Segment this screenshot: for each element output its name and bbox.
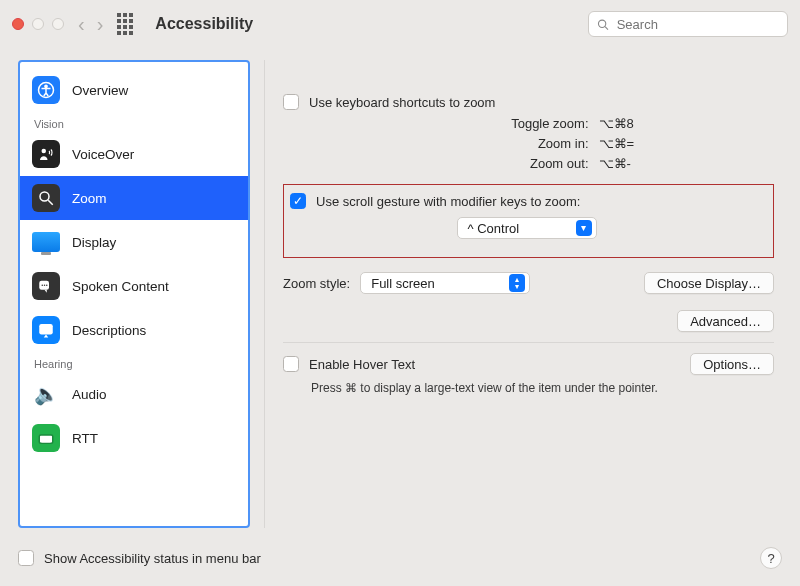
spoken-content-icon: [32, 272, 60, 300]
sidebar-item-rtt[interactable]: RTT: [20, 416, 248, 460]
svg-point-9: [44, 285, 46, 287]
sidebar-item-spoken-content[interactable]: Spoken Content: [20, 264, 248, 308]
nav-arrows: ‹ ›: [78, 13, 103, 36]
hover-text-options-button[interactable]: Options…: [690, 353, 774, 375]
svg-point-5: [40, 192, 49, 201]
svg-point-8: [42, 285, 44, 287]
descriptions-icon: [32, 316, 60, 344]
scroll-gesture-checkbox[interactable]: [290, 193, 306, 209]
sidebar-item-label: VoiceOver: [72, 147, 134, 162]
footer: Show Accessibility status in menu bar ?: [18, 544, 782, 572]
sidebar-item-label: Descriptions: [72, 323, 146, 338]
display-icon: [32, 228, 60, 256]
search-input[interactable]: [615, 16, 779, 33]
zoom-style-value: Full screen: [371, 276, 435, 291]
svg-point-0: [598, 20, 605, 27]
svg-rect-15: [48, 437, 50, 439]
minimize-window-button[interactable]: [32, 18, 44, 30]
sidebar-item-display[interactable]: Display: [20, 220, 248, 264]
sidebar-section-hearing: Hearing: [20, 352, 248, 372]
audio-icon: 🔈: [32, 380, 60, 408]
sidebar-item-descriptions[interactable]: Descriptions: [20, 308, 248, 352]
show-all-prefpanes-button[interactable]: [117, 14, 137, 34]
divider: [283, 342, 774, 343]
chevron-updown-icon: [509, 274, 525, 292]
rtt-icon: [32, 424, 60, 452]
sidebar-item-label: Overview: [72, 83, 128, 98]
search-icon: [597, 18, 609, 31]
close-window-button[interactable]: [12, 18, 24, 30]
sidebar: Overview Vision VoiceOver Zoom Display: [18, 60, 250, 528]
back-button[interactable]: ‹: [78, 13, 85, 36]
window-toolbar: ‹ › Accessibility: [0, 0, 800, 48]
choose-display-button[interactable]: Choose Display…: [644, 272, 774, 294]
svg-rect-11: [39, 324, 53, 335]
sidebar-item-label: RTT: [72, 431, 98, 446]
scroll-gesture-highlight: Use scroll gesture with modifier keys to…: [283, 184, 774, 258]
svg-rect-14: [45, 437, 47, 439]
sidebar-item-label: Spoken Content: [72, 279, 169, 294]
use-keyboard-shortcuts-label: Use keyboard shortcuts to zoom: [309, 95, 495, 110]
chevron-down-icon: [576, 220, 592, 236]
window-controls: [12, 18, 64, 30]
forward-button[interactable]: ›: [97, 13, 104, 36]
sidebar-item-audio[interactable]: 🔈 Audio: [20, 372, 248, 416]
scroll-gesture-label: Use scroll gesture with modifier keys to…: [316, 194, 580, 209]
sidebar-item-label: Audio: [72, 387, 107, 402]
sidebar-item-zoom[interactable]: Zoom: [20, 176, 248, 220]
sidebar-item-overview[interactable]: Overview: [20, 68, 248, 112]
keyboard-shortcuts-list: Toggle zoom:⌥⌘8 Zoom in:⌥⌘= Zoom out:⌥⌘-: [283, 114, 774, 174]
advanced-button[interactable]: Advanced…: [677, 310, 774, 332]
search-field[interactable]: [588, 11, 788, 37]
zoom-icon: [32, 184, 60, 212]
svg-rect-13: [42, 437, 44, 439]
window-title: Accessibility: [155, 15, 253, 33]
svg-point-3: [45, 85, 47, 87]
enable-hover-text-checkbox[interactable]: [283, 356, 299, 372]
zoom-window-button[interactable]: [52, 18, 64, 30]
sidebar-section-vision: Vision: [20, 112, 248, 132]
show-accessibility-status-label: Show Accessibility status in menu bar: [44, 551, 261, 566]
svg-point-4: [42, 149, 47, 154]
scroll-gesture-modifier-select[interactable]: ^ Control: [457, 217, 597, 239]
voiceover-icon: [32, 140, 60, 168]
hover-text-hint: Press ⌘ to display a large-text view of …: [283, 381, 774, 395]
zoom-style-select[interactable]: Full screen: [360, 272, 530, 294]
scroll-gesture-modifier-value: ^ Control: [468, 221, 520, 236]
svg-line-6: [48, 200, 53, 205]
sidebar-item-label: Zoom: [72, 191, 107, 206]
enable-hover-text-label: Enable Hover Text: [309, 357, 415, 372]
use-keyboard-shortcuts-checkbox[interactable]: [283, 94, 299, 110]
help-button[interactable]: ?: [760, 547, 782, 569]
accessibility-icon: [32, 76, 60, 104]
zoom-style-label: Zoom style:: [283, 276, 350, 291]
sidebar-item-label: Display: [72, 235, 116, 250]
svg-line-1: [605, 26, 608, 29]
sidebar-item-voiceover[interactable]: VoiceOver: [20, 132, 248, 176]
svg-point-10: [46, 285, 48, 287]
zoom-settings-panel: Use keyboard shortcuts to zoom Toggle zo…: [264, 60, 782, 528]
show-accessibility-status-checkbox[interactable]: [18, 550, 34, 566]
svg-rect-16: [42, 440, 50, 442]
